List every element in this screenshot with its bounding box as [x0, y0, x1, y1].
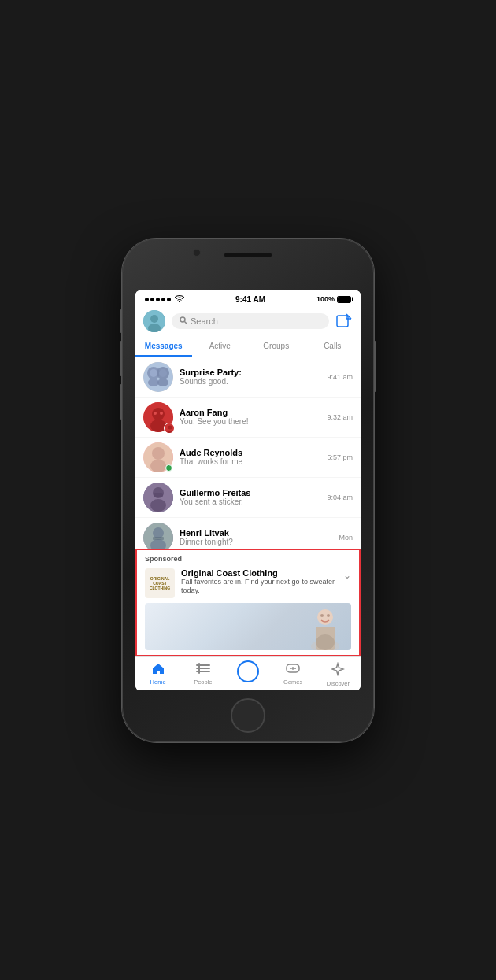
svg-point-47	[294, 668, 296, 669]
message-content: Guillermo Freitas You sent a sticker.	[180, 488, 320, 506]
message-time: Mon	[339, 534, 353, 542]
compose-button[interactable]	[335, 312, 353, 330]
battery-fill	[338, 297, 350, 302]
tab-groups[interactable]: Groups	[248, 337, 305, 357]
ad-chevron-icon[interactable]: ⌄	[343, 570, 351, 581]
side-button-vol-down	[120, 384, 122, 420]
ad-image[interactable]	[145, 603, 351, 650]
ad-content: Original Coast Clothing Fall favorites a…	[181, 568, 337, 596]
svg-point-25	[152, 447, 165, 460]
camera-button[interactable]	[237, 660, 259, 682]
nav-games[interactable]: Games	[271, 662, 316, 687]
messages-list: Surprise Party: Sounds good. 9:41 am	[135, 357, 361, 549]
ad-name: Original Coast Clothing	[181, 568, 337, 578]
status-time: 9:41 AM	[235, 295, 265, 304]
tab-active[interactable]: Active	[192, 337, 249, 357]
signal-dots	[145, 298, 171, 301]
phone-screen: 9:41 AM 100%	[135, 290, 361, 690]
svg-rect-43	[196, 671, 210, 672]
avatar	[143, 523, 173, 549]
list-item[interactable]: Aaron Fang You: See you there! 9:32 am	[135, 398, 361, 438]
ad-logo: ORIGINAL COAST CLOTHING	[145, 568, 175, 598]
tab-messages[interactable]: Messages	[135, 337, 192, 357]
phone-home-button[interactable]	[231, 698, 265, 733]
avatar	[143, 362, 173, 392]
svg-rect-42	[196, 668, 210, 669]
status-battery: 100%	[316, 295, 351, 303]
svg-point-32	[153, 527, 164, 538]
ad-description: Fall favorites are in. Find your next go…	[181, 578, 337, 596]
svg-point-22	[168, 425, 172, 429]
signal-dot	[161, 298, 165, 301]
svg-point-1	[150, 315, 158, 323]
list-item[interactable]: Guillermo Freitas You sent a sticker. 9:…	[135, 478, 361, 518]
message-content: Surprise Party: Sounds good.	[180, 368, 320, 386]
sponsored-label: Sponsored	[137, 550, 359, 565]
contact-name: Guillermo Freitas	[180, 488, 320, 497]
battery-bar	[337, 296, 351, 303]
ad-person	[308, 603, 343, 650]
avatar-wrap	[143, 442, 173, 472]
message-time: 9:04 am	[327, 494, 353, 501]
contact-name: Aude Reynolds	[180, 448, 320, 457]
search-placeholder: Search	[191, 316, 218, 326]
svg-point-14	[148, 379, 159, 386]
nav-home[interactable]: Home	[135, 662, 180, 687]
battery-percent: 100%	[316, 295, 335, 303]
svg-point-26	[150, 460, 166, 472]
signal-dot	[150, 298, 154, 301]
svg-rect-41	[196, 664, 210, 666]
tab-calls[interactable]: Calls	[305, 337, 361, 357]
phone-speaker	[224, 253, 272, 257]
phone-camera	[193, 249, 201, 257]
side-button-mute	[120, 309, 122, 333]
bottom-nav: Home People Games Discov	[135, 656, 361, 690]
nav-games-label: Games	[283, 679, 302, 686]
svg-point-19	[154, 412, 157, 415]
header: Search	[135, 307, 361, 337]
list-item[interactable]: Surprise Party: Sounds good. 9:41 am	[135, 357, 361, 398]
search-icon	[180, 316, 187, 326]
list-item[interactable]: Aude Reynolds That works for me 5:57 pm	[135, 438, 361, 478]
avatar-wrap	[143, 483, 173, 512]
signal-dot	[156, 298, 160, 301]
side-button-vol-up	[120, 341, 122, 376]
sponsored-section: Sponsored ORIGINAL COAST CLOTHING Origin…	[135, 549, 361, 656]
svg-point-13	[159, 369, 167, 377]
message-content: Henri Litvak Dinner tonight?	[180, 528, 332, 546]
user-avatar[interactable]	[143, 310, 165, 332]
header-row: Search	[143, 310, 353, 332]
message-preview: Dinner tonight?	[180, 538, 332, 546]
avatar-wrap	[143, 362, 173, 392]
message-time: 5:57 pm	[327, 453, 353, 461]
nav-camera[interactable]	[225, 662, 270, 687]
wifi-icon	[175, 295, 184, 304]
phone-frame: 9:41 AM 100%	[122, 239, 374, 742]
svg-line-4	[185, 321, 187, 324]
nav-people[interactable]: People	[180, 662, 225, 687]
side-button-power	[374, 341, 376, 392]
message-preview: Sounds good.	[180, 377, 320, 386]
search-bar[interactable]: Search	[172, 313, 329, 329]
list-item[interactable]: Henri Litvak Dinner tonight? Mon	[135, 518, 361, 549]
svg-point-37	[317, 609, 333, 625]
message-time: 9:32 am	[327, 413, 353, 421]
nav-discover[interactable]: Discover	[316, 662, 361, 687]
message-preview: That works for me	[180, 457, 320, 466]
ad-logo-text: ORIGINAL COAST CLOTHING	[150, 576, 170, 590]
avatar-wrap	[143, 402, 173, 432]
svg-point-46	[290, 668, 291, 669]
svg-point-29	[150, 499, 166, 512]
read-receipt	[164, 423, 175, 434]
discover-icon	[331, 662, 345, 679]
contact-name: Surprise Party:	[180, 368, 320, 377]
svg-rect-34	[153, 537, 164, 540]
status-bar: 9:41 AM 100%	[135, 290, 361, 307]
svg-marker-50	[332, 664, 343, 675]
status-signal	[145, 295, 184, 304]
ad-row[interactable]: ORIGINAL COAST CLOTHING Original Coast C…	[137, 565, 359, 603]
nav-home-label: Home	[150, 679, 166, 686]
tabs: Messages Active Groups Calls	[135, 337, 361, 357]
svg-point-40	[327, 614, 330, 617]
signal-dot	[167, 298, 171, 301]
